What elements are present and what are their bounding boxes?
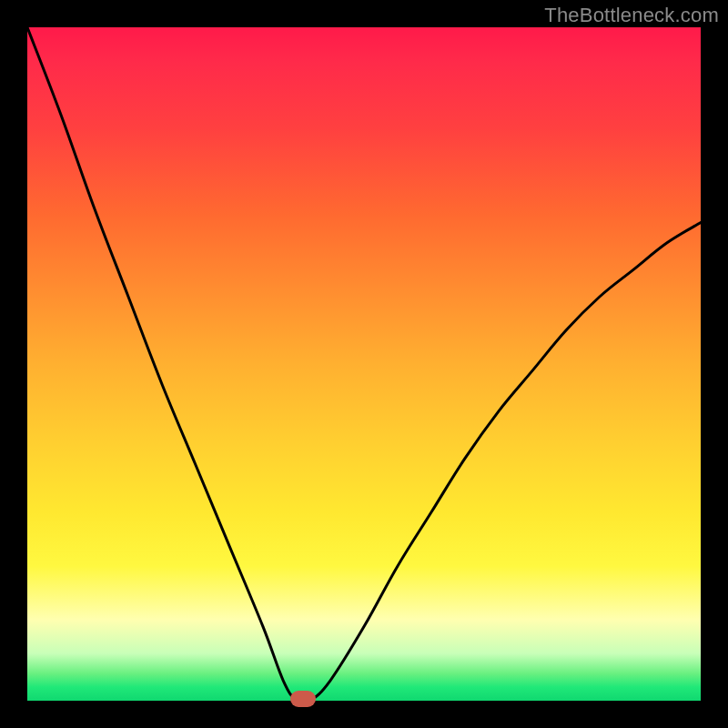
plot-area [27, 27, 701, 701]
min-marker [290, 691, 316, 707]
watermark-text: TheBottleneck.com [544, 4, 719, 27]
chart-container: TheBottleneck.com [0, 0, 728, 728]
bottleneck-curve [27, 27, 701, 701]
curve-svg [27, 27, 701, 701]
